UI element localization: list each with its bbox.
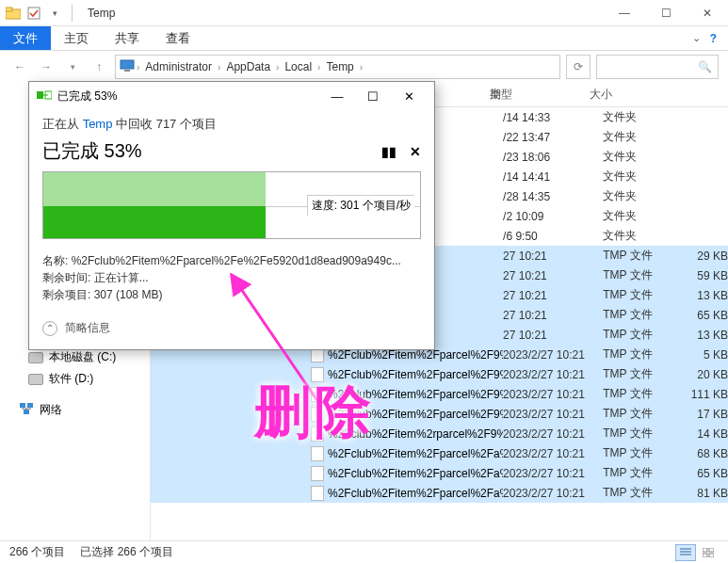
network-icon	[19, 402, 34, 418]
file-name: %2Fclub%2Fitem%2Fparcel%2F9%2F...	[328, 368, 503, 381]
file-size: 20 KB	[683, 368, 728, 381]
svg-rect-1	[6, 8, 12, 11]
breadcrumb-item[interactable]: Temp	[322, 60, 357, 73]
file-type: TMP 文件	[603, 307, 683, 323]
table-row[interactable]: %2Fclub%2Fitem%2Fparcel%2F9%2F...2023/2/…	[151, 384, 728, 404]
progress-dialog: 已完成 53% — ☐ ✕ 正在从 Temp 中回收 717 个项目 已完成 5…	[28, 81, 435, 350]
search-input[interactable]: 🔍	[596, 55, 719, 79]
col-type[interactable]: 类型	[490, 87, 590, 103]
minimize-button[interactable]: —	[604, 0, 645, 26]
sidebar-item-label: 网络	[40, 402, 62, 418]
cancel-button[interactable]: ✕	[410, 144, 421, 159]
ribbon-expand-icon[interactable]: ⌄	[692, 32, 701, 44]
file-type: 文件夹	[603, 129, 683, 145]
file-type: 文件夹	[603, 169, 683, 185]
window-title: Temp	[82, 7, 115, 20]
table-row[interactable]: %2Fclub%2Fitem%2Fparcel%2F9%2F...2023/2/…	[151, 404, 728, 424]
file-date: 27 10:21	[503, 289, 603, 302]
col-size[interactable]: 大小	[590, 87, 646, 103]
file-size: 111 KB	[683, 388, 728, 401]
table-row[interactable]: %2Fclub%2Fitem%2Fparcel%2F9%2F...2023/2/…	[151, 364, 728, 384]
breadcrumb[interactable]: › Administrator› AppData› Local› Temp›	[115, 55, 560, 79]
svg-rect-6	[27, 403, 33, 408]
svg-rect-11	[709, 554, 714, 557]
dialog-icon	[37, 89, 52, 104]
file-icon	[311, 426, 324, 442]
maximize-button[interactable]: ☐	[645, 0, 687, 26]
file-name: %2Fclub%2Fitem%2rparcel%2F9%2F...	[328, 427, 503, 441]
pause-button[interactable]: ▮▮	[381, 144, 396, 159]
svg-rect-12	[37, 91, 43, 99]
table-row[interactable]: %2Fclub%2Fitem%2Fparcel%2Fa%2F...2023/2/…	[151, 483, 728, 503]
file-name: %2Fclub%2Fitem%2Fparcel%2Fa%2F...	[328, 487, 503, 500]
sidebar-item-label: 本地磁盘 (C:)	[49, 349, 116, 365]
file-date: /2 10:09	[503, 210, 603, 223]
table-row[interactable]: %2Fclub%2Fitem%2Fparcel%2Fa%2F...2023/2/…	[151, 443, 728, 463]
qat-dropdown-icon[interactable]: ▾	[47, 6, 62, 21]
sidebar-item-drive-d[interactable]: 软件 (D:)	[0, 368, 150, 390]
forward-button[interactable]: →	[36, 56, 57, 77]
back-button[interactable]: ←	[9, 56, 30, 77]
qat-properties-icon[interactable]	[26, 6, 41, 21]
status-selected-count: 已选择 266 个项目	[80, 544, 173, 560]
tab-share[interactable]: 共享	[102, 26, 153, 50]
file-type: 文件夹	[603, 228, 683, 244]
dialog-progress-text: 已完成 53%	[42, 138, 142, 164]
svg-rect-5	[20, 403, 25, 408]
recent-dropdown-icon[interactable]: ▾	[62, 56, 83, 77]
view-icons-button[interactable]	[698, 544, 719, 561]
file-name: %2Fclub%2Fitem%2Fparcel%2F9%2F...	[328, 388, 503, 401]
breadcrumb-item[interactable]: Local	[281, 60, 315, 73]
dialog-title: 已完成 53%	[52, 88, 319, 105]
dialog-close-button[interactable]: ✕	[391, 89, 427, 104]
file-type: TMP 文件	[603, 248, 683, 264]
file-date: 2023/2/27 10:21	[503, 388, 603, 401]
table-row[interactable]: %2Fclub%2Fitem%2Fparcel%2Fa%2F...2023/2/…	[151, 463, 728, 483]
up-button[interactable]: ↑	[89, 56, 109, 77]
view-details-button[interactable]	[675, 544, 696, 561]
svg-rect-8	[703, 548, 707, 552]
help-icon[interactable]: ?	[710, 32, 717, 45]
info-name: 名称: %2Fclub%2Fitem%2Fparcel%2Fe%2Fe5920d…	[42, 252, 421, 269]
close-button[interactable]: ✕	[687, 0, 728, 26]
file-date: 27 10:21	[503, 329, 603, 342]
svg-rect-3	[121, 60, 134, 69]
window-titlebar: ▾ Temp — ☐ ✕	[0, 0, 728, 26]
svg-rect-7	[24, 410, 29, 414]
file-size: 13 KB	[683, 329, 728, 342]
dialog-maximize-button[interactable]: ☐	[355, 89, 391, 104]
dialog-minimize-button[interactable]: —	[319, 89, 355, 104]
file-size: 29 KB	[683, 249, 728, 263]
file-name: %2Fclub%2Fitem%2Fparcel%2Fa%2F...	[328, 467, 503, 480]
fewer-details-button[interactable]: ⌃ 简略信息	[42, 320, 421, 336]
sidebar-item-network[interactable]: 网络	[0, 399, 150, 421]
file-size: 17 KB	[683, 408, 728, 421]
breadcrumb-item[interactable]: Administrator	[141, 60, 216, 73]
file-date: 27 10:21	[503, 269, 603, 282]
status-bar: 266 个项目 已选择 266 个项目	[0, 540, 728, 563]
file-date: 2023/2/27 10:21	[503, 447, 603, 460]
tab-file[interactable]: 文件	[0, 26, 51, 50]
table-row[interactable]: %2Fclub%2Fitem%2rparcel%2F9%2F...2023/2/…	[151, 424, 728, 443]
file-name: %2Fclub%2Fitem%2Fparcel%2Fa%2F...	[328, 447, 503, 460]
file-name: %2Fclub%2Fitem%2Fparcel%2F9%2F...	[328, 408, 503, 421]
file-type: 文件夹	[603, 208, 683, 224]
drive-icon	[28, 374, 43, 385]
breadcrumb-item[interactable]: AppData	[222, 60, 274, 73]
file-date: 27 10:21	[503, 249, 603, 263]
dialog-source-link[interactable]: Temp	[83, 117, 113, 131]
file-date: /14 14:41	[503, 170, 603, 184]
file-size: 81 KB	[683, 487, 728, 500]
drive-icon	[28, 352, 43, 363]
tab-home[interactable]: 主页	[51, 26, 102, 50]
file-date: /22 13:47	[503, 131, 603, 144]
tab-view[interactable]: 查看	[153, 26, 203, 50]
file-type: TMP 文件	[603, 465, 683, 481]
file-icon	[311, 387, 324, 402]
speed-label: 速度: 301 个项目/秒	[307, 195, 414, 216]
refresh-button[interactable]: ⟳	[566, 55, 590, 79]
file-type: TMP 文件	[603, 267, 683, 283]
file-date: /6 9:50	[503, 230, 603, 243]
nav-row: ← → ▾ ↑ › Administrator› AppData› Local›…	[0, 51, 728, 83]
file-type: TMP 文件	[603, 366, 683, 382]
